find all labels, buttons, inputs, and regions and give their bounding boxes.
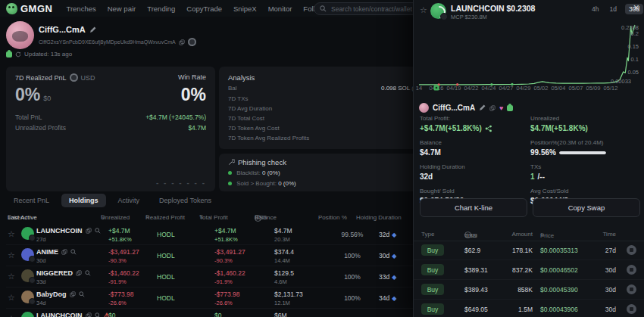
nav-item[interactable]: Trenches [66,5,95,13]
tx-time: 27d [605,247,616,254]
sort-icon: ⇅ [199,214,204,220]
realized-profit-cell: HODL [157,252,175,260]
share-icon[interactable] [627,245,636,255]
wallet-address: CiffG2xsYSnPcbD9XE6ufj8yMDpeUkd9HmaQWxvu… [39,39,176,45]
token-logo [21,227,34,240]
favorite-star-icon[interactable]: ☆ [420,5,427,15]
copy-icon[interactable] [179,39,185,45]
position-cell: 99.56% [337,231,367,238]
tx-price: $0.00043906 [540,306,578,313]
copy-icon[interactable] [76,270,82,276]
close-icon[interactable]: × [633,2,639,14]
search-icon[interactable] [70,249,77,255]
share-icon[interactable] [627,284,636,294]
copy-icon[interactable] [86,312,92,317]
search-icon[interactable] [95,312,101,317]
share-icon[interactable] [485,125,492,132]
unrealized-cell: -$773.98-26.6% [108,291,134,306]
copy-swap-button[interactable]: Copy Swap [533,198,640,217]
unrealized-cell: -$1,460.22-91.9% [108,269,139,285]
chart-kline-button[interactable]: Chart K-line [420,198,527,217]
favorite-star-icon[interactable]: ☆ [8,229,15,239]
nav-item[interactable]: Monitor [268,5,292,13]
tx-row[interactable]: Buy $62.9 178.1K $0.00035313 27d [414,241,644,260]
buy-badge: Buy [421,284,444,295]
stat-cell: Total Profit: +$4.7M(+51.8K%) [420,115,530,132]
copy-icon[interactable] [489,105,496,111]
tx-row[interactable]: Buy $649.05 1.5M $0.00043906 30d [414,300,644,317]
token-logo [21,312,34,317]
tab[interactable]: Holdings [61,194,106,207]
sort-icon: ⇅ [8,214,12,220]
favorite-star-icon[interactable]: ☆ [8,250,15,260]
col-balance[interactable]: Balance ⇅ USD i [255,214,261,222]
share-icon[interactable] [627,265,636,275]
search-icon[interactable] [85,270,91,276]
tab[interactable]: Recent PnL [6,194,57,207]
edit-icon[interactable] [89,26,96,33]
currency-toggle-icon[interactable] [70,73,78,82]
svg-text:0.2: 0.2 [631,30,639,37]
unrealized-cell: $0 [108,312,115,317]
favorite-star-icon[interactable]: ☆ [8,293,15,303]
analysis-row-label: 7D Total Cost [228,115,264,122]
pager-dashes[interactable]: - - - - - - - [156,179,206,187]
phishing-row-label: Blacklist: [236,169,261,176]
price-chart: 1404/1604/1904/2204/2404/2704/2905/0205/… [414,23,644,92]
stat-cell: Holding Duration 32d [420,163,530,181]
edit-icon[interactable] [479,104,486,111]
tx-row[interactable]: Buy $389.43 858K $0.00045390 30d [414,280,644,300]
analysis-title: Analysis [228,73,255,82]
copy-icon[interactable] [61,249,67,255]
refresh-icon[interactable] [15,51,21,57]
tab[interactable]: Deployed Tokens [152,194,219,207]
stat-label: Bought/ Sold [420,188,530,194]
favorite-star-icon[interactable]: ☆ [8,272,15,281]
tab[interactable]: Activity [111,194,148,207]
nav-item[interactable]: New pair [108,5,136,13]
token-name[interactable]: BabyDog [36,291,67,298]
tx-row[interactable]: Buy $389.31 837.2K $0.00046502 30d [414,260,644,280]
favorite-star-icon[interactable]: ☆ [8,314,15,317]
balance-row: Bal [228,85,237,92]
realized-profit-cell: HODL [157,294,175,302]
duration-cell: 33d◆ [379,273,396,281]
timeframe-button[interactable]: 1d [607,4,618,14]
copy-icon[interactable] [70,291,76,297]
search-icon[interactable] [79,291,85,297]
buy-badge: Buy [421,264,444,275]
realized-profit-cell: HODL [157,231,175,238]
gmgn-logo[interactable]: GMGN [6,3,52,14]
svg-text:05/09: 05/09 [586,85,601,92]
position-cell: 100% [337,273,367,281]
token-name[interactable]: NIGGERED [36,269,73,277]
token-name[interactable]: LAUNCHCOIN [36,312,83,317]
nav-item[interactable]: CopyTrade [186,5,222,13]
win-rate-value: 0% [181,85,206,105]
stat-value: 32d [420,172,433,181]
wallet-name: CiffG...CmA [39,25,86,34]
timeframe-button[interactable]: 4h [589,4,601,14]
tx-time: 30d [605,266,616,274]
token-age: 27d [36,236,46,243]
svg-text:05/07: 05/07 [569,85,583,92]
token-name[interactable]: ANIME [36,248,58,256]
token-name[interactable]: LAUNCHCOIN [36,227,83,235]
token-age: 33d [36,278,46,285]
explorer-icon[interactable] [188,38,196,46]
currency-label[interactable]: USD [81,74,95,82]
tx-time: 30d [605,306,616,313]
wallet-name: CiffG...CmA [433,104,475,112]
svg-text:04/29: 04/29 [517,85,531,92]
stat-value-green: 1 [530,172,535,181]
heart-icon[interactable]: ♥ [499,104,503,112]
puzzle-icon[interactable] [507,105,513,111]
col-total[interactable]: Total USD i [464,231,471,238]
nav-item[interactable]: SnipeX [233,5,257,13]
phishing-title: Phishing check [238,158,286,166]
search-icon[interactable] [95,228,101,234]
nav-item[interactable]: Trending [147,5,175,13]
share-icon[interactable] [627,304,636,314]
copy-icon[interactable] [86,228,92,234]
position-cell: 100% [337,252,367,260]
